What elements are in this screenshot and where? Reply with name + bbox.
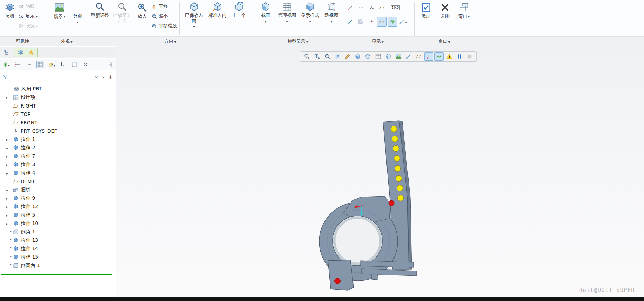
- clear-search-icon[interactable]: ×: [93, 75, 101, 80]
- tree-item[interactable]: RIGHT: [0, 102, 116, 110]
- display-style-button[interactable]: [353, 52, 362, 61]
- tree-item[interactable]: "倒角 1: [0, 228, 116, 236]
- activate-button[interactable]: 激活: [418, 2, 434, 19]
- 3d-note-display-toggle[interactable]: [366, 17, 376, 27]
- display-style-button[interactable]: 显示样式: [299, 1, 321, 24]
- tree-search-input[interactable]: [10, 75, 93, 80]
- tree-item[interactable]: 拉伸 3: [0, 160, 116, 169]
- tree-item[interactable]: 拉伸 5: [0, 211, 116, 219]
- tree-item[interactable]: FRONT: [0, 118, 116, 127]
- refit-button[interactable]: [333, 52, 342, 61]
- tree-item[interactable]: 拉伸 7: [0, 152, 116, 160]
- tree-item[interactable]: "倒圆角 1: [0, 261, 116, 270]
- window-button[interactable]: 窗口: [455, 2, 472, 19]
- hide-button[interactable]: 隐藏: [18, 2, 35, 11]
- pause-button[interactable]: [455, 52, 464, 61]
- expander-icon[interactable]: [4, 213, 10, 217]
- plane-display-toggle[interactable]: [377, 3, 387, 13]
- favorites-tab[interactable]: [28, 49, 35, 56]
- 3d-model-viewport[interactable]: [116, 46, 644, 297]
- zoom-out-button[interactable]: [323, 52, 332, 61]
- csys-display-toggle[interactable]: [366, 3, 376, 13]
- sort-button[interactable]: [60, 61, 67, 68]
- tree-item[interactable]: 捆绑: [0, 186, 116, 194]
- graphics-area[interactable]: doit@DOIT SUPER: [116, 46, 644, 297]
- annotation-display-button[interactable]: [404, 52, 413, 61]
- saved-orientations-button[interactable]: [363, 52, 372, 61]
- stop-button[interactable]: [465, 52, 474, 61]
- group-label-appearance[interactable]: 外观: [61, 39, 72, 45]
- warning-button[interactable]: [445, 52, 454, 61]
- repaint-button[interactable]: [343, 52, 352, 61]
- open-history-button[interactable]: [48, 61, 55, 68]
- find-columns-button[interactable]: [71, 61, 78, 68]
- tree-item[interactable]: DTM1: [0, 177, 116, 186]
- tree-item[interactable]: 拉伸 9: [0, 194, 116, 203]
- spin-center-toggle[interactable]: [388, 17, 397, 27]
- tree-item[interactable]: 拉伸 4: [0, 169, 116, 177]
- model-red-point-top[interactable]: [389, 200, 394, 206]
- model-bore-hole[interactable]: [333, 216, 382, 266]
- overflow-button[interactable]: [82, 61, 89, 68]
- tree-item[interactable]: "拉伸 13: [0, 236, 116, 245]
- dim-display-toggle[interactable]: 10.0: [390, 3, 400, 13]
- add-filter-button[interactable]: +: [107, 74, 115, 81]
- tree-item[interactable]: PRT_CSYS_DEF: [0, 127, 116, 135]
- plane-tag-display-toggle[interactable]: [377, 17, 387, 27]
- perspective-button[interactable]: 透视图: [322, 1, 341, 24]
- show-menu-button[interactable]: [3, 61, 10, 68]
- insert-here-locator[interactable]: [1, 274, 112, 275]
- tree-display-toggle[interactable]: [3, 49, 10, 56]
- zoom-in-button[interactable]: [313, 52, 322, 61]
- layer-tree-button[interactable]: 层树: [2, 2, 18, 19]
- expander-icon[interactable]: [4, 171, 10, 175]
- group-label-show[interactable]: 显示: [372, 39, 383, 45]
- expander-icon[interactable]: [4, 138, 10, 142]
- tree-item[interactable]: 拉伸 2: [0, 144, 116, 152]
- pan-button[interactable]: 平移: [151, 2, 168, 11]
- tree-item[interactable]: "拉伸 15: [0, 253, 116, 261]
- point-display-toggle[interactable]: [356, 3, 366, 13]
- axis-display-toggle[interactable]: [345, 3, 355, 13]
- section-button[interactable]: 截面: [257, 1, 274, 24]
- tree-item[interactable]: 风扇.PRT: [0, 85, 116, 93]
- tree-columns-button[interactable]: [36, 61, 44, 68]
- standard-orientation-button[interactable]: 标准方向: [207, 1, 228, 18]
- search-dropdown-icon[interactable]: [102, 75, 105, 79]
- zoom-out-button[interactable]: 缩小: [151, 12, 168, 20]
- group-label-window[interactable]: 窗口: [438, 39, 450, 45]
- note-display-toggle[interactable]: [356, 17, 366, 27]
- transparency-display-toggle[interactable]: [398, 17, 408, 27]
- group-label-visibility[interactable]: 可见性: [16, 39, 29, 45]
- tree-item[interactable]: 拉伸 12: [0, 203, 116, 211]
- refit-button[interactable]: 重新调整: [90, 1, 109, 18]
- expander-icon[interactable]: [4, 96, 10, 100]
- tree-options-button[interactable]: [106, 61, 113, 68]
- box-zoom-button[interactable]: [302, 52, 311, 61]
- expander-icon[interactable]: [4, 188, 10, 192]
- model-tree-tab[interactable]: [17, 49, 24, 56]
- pan-zoom-button[interactable]: 平移缩放: [151, 22, 177, 30]
- expander-icon[interactable]: [4, 146, 10, 150]
- status-button[interactable]: 状况: [18, 22, 38, 30]
- view-manager-button[interactable]: [374, 52, 383, 61]
- manage-views-button[interactable]: 管理视图: [276, 1, 298, 24]
- expander-icon[interactable]: [4, 155, 10, 158]
- tree-item[interactable]: 拉伸 10: [0, 219, 116, 228]
- expander-icon[interactable]: [4, 197, 10, 200]
- capture-button[interactable]: [394, 52, 403, 61]
- tree-item[interactable]: 设计项: [0, 93, 116, 102]
- close-button[interactable]: 关闭: [437, 2, 453, 19]
- tree-filters-button[interactable]: [25, 61, 32, 68]
- previous-view-button[interactable]: 上一个: [230, 1, 248, 18]
- tree-item[interactable]: 拉伸 1: [0, 135, 116, 144]
- annotation-display-toggle[interactable]: [345, 17, 355, 27]
- section-button[interactable]: [384, 52, 393, 61]
- tree-item[interactable]: TOP: [0, 110, 116, 118]
- zoom-to-selected-button[interactable]: 缩放至选定项: [111, 1, 133, 23]
- saved-orientations-button[interactable]: 已保存方向: [183, 1, 205, 29]
- zoom-in-button[interactable]: 放大: [135, 2, 149, 19]
- group-label-orientation[interactable]: 方向: [164, 39, 176, 45]
- expander-icon[interactable]: [4, 163, 10, 167]
- spin-center-button[interactable]: [434, 52, 444, 61]
